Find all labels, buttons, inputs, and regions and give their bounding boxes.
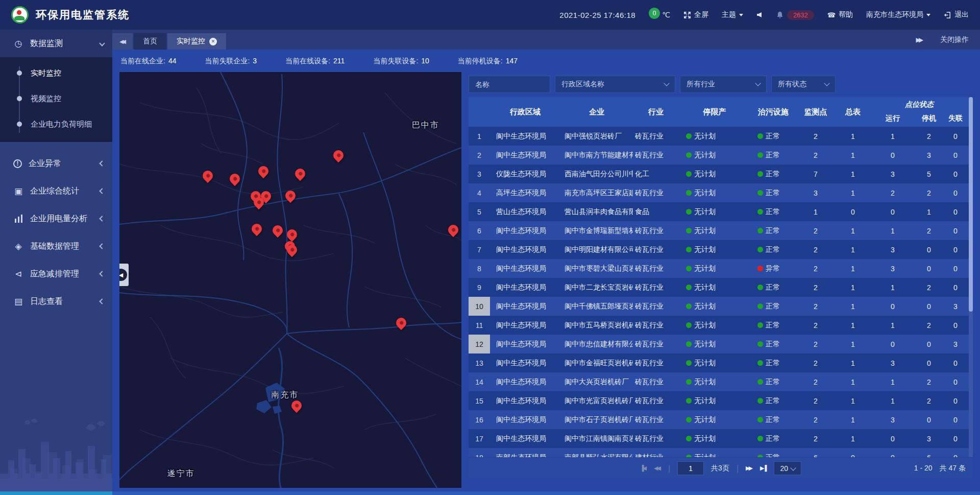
sidebar-lower-group: !企业异常▣企业综合统计企业用电量分析◈基础数据管理⊲应急减排管理▤日志查看 xyxy=(0,150,112,315)
bullet-dot-icon xyxy=(17,122,22,127)
col-group-point-status: 点位状态 xyxy=(871,97,968,110)
status-label: 正常 xyxy=(766,170,780,179)
sidebar-item-3[interactable]: 企业用电量分析 xyxy=(0,205,112,232)
table-row[interactable]: 16阆中生态环境局阆中市石子页岩机砖厂砖瓦行业无计划正常21300 xyxy=(469,410,969,429)
map-pin[interactable] xyxy=(394,316,408,330)
table-row[interactable]: 9阆中生态环境局阆中市二龙长宝页岩砖砖瓦行业无计划正常21120 xyxy=(469,278,969,297)
tab-home[interactable]: 首页 xyxy=(134,33,166,50)
status-dot-green xyxy=(757,133,763,139)
table-scrollbar[interactable] xyxy=(969,97,973,457)
tabs-scroll-left-button[interactable]: ◀◀ xyxy=(112,33,133,50)
map-pin[interactable] xyxy=(285,227,299,242)
col-company: 企业 xyxy=(560,97,633,127)
sidebar-item-5[interactable]: ⊲应急减排管理 xyxy=(0,260,112,288)
temperature-unit: ℃ xyxy=(662,11,670,19)
map-pin[interactable] xyxy=(250,222,264,236)
sidebar-item-4[interactable]: ◈基础数据管理 xyxy=(0,232,112,260)
status-filter-select[interactable]: 所有状态 xyxy=(771,76,836,93)
next-page-button[interactable]: ▶▶ xyxy=(746,465,753,472)
table-row[interactable]: 5营山生态环境局营山县润丰肉食品有限食品无计划正常10010 xyxy=(469,202,969,221)
prev-page-button[interactable]: ◀◀ xyxy=(654,465,661,472)
cell-company: 阆中强锐页岩砖厂 xyxy=(560,127,633,146)
table-row[interactable]: 7阆中生态环境局阆中明阳建材有限公司砖瓦行业无计划正常21300 xyxy=(469,240,969,259)
tab-close-icon[interactable]: ✕ xyxy=(209,38,217,45)
table-row[interactable]: 11阆中生态环境局阆中市五马桥页岩机砖砖瓦行业无计划正常21120 xyxy=(469,316,969,335)
cell-index: 12 xyxy=(469,335,490,353)
map-pin[interactable] xyxy=(256,164,271,178)
status-dot-green xyxy=(757,398,763,404)
cell-industry: 砖瓦行业 xyxy=(633,240,679,259)
scrollbar-thumb[interactable] xyxy=(969,97,973,312)
app-header: 环保用电监管系统 2021-02-25 17:46:18 0 ℃ 全屏 主题 2… xyxy=(0,0,980,30)
first-page-button[interactable]: ▐◀ xyxy=(640,465,647,472)
tab-realtime-monitor[interactable]: 实时监控 ✕ xyxy=(167,33,226,50)
cell-lost-count: 0 xyxy=(943,448,968,457)
table-row[interactable]: 4高坪生态环境局南充市高坪区王家店建砖瓦行业无计划正常31220 xyxy=(469,183,969,202)
enterprise-table-panel: 行政区域名称 所有行业 所有状态 行政区域 企业 行业 停限产 治污设施 监测点… xyxy=(469,72,973,479)
cell-company: 阆中市南方节能建材有 xyxy=(560,146,633,164)
tab-label: 实时监控 xyxy=(177,37,205,46)
table-row[interactable]: 15阆中生态环境局阆中市光富页岩机砖厂砖瓦行业无计划正常21120 xyxy=(469,391,969,410)
cell-stop-status: 无计划 xyxy=(679,353,750,372)
status-label: 无计划 xyxy=(694,151,716,160)
table-row[interactable]: 2阆中生态环境局阆中市南方节能建材有砖瓦行业无计划正常21030 xyxy=(469,146,969,164)
cell-monitor-count: 7 xyxy=(796,164,835,183)
last-page-button[interactable]: ▶▐ xyxy=(760,465,767,472)
sidebar-item-6[interactable]: ▤日志查看 xyxy=(0,288,112,315)
theme-dropdown[interactable]: 主题 xyxy=(722,10,743,19)
org-dropdown[interactable]: 南充市生态环境局 xyxy=(866,10,930,19)
sidebar-subitem-0[interactable]: 实时监控 xyxy=(0,60,112,86)
col-lost: 失联 xyxy=(943,110,968,127)
sidebar-item-1[interactable]: !企业异常 xyxy=(0,150,112,177)
map-collapse-button[interactable]: ◀ xyxy=(119,264,129,286)
cell-stop-status: 无计划 xyxy=(679,372,750,391)
cell-stop-status: 无计划 xyxy=(679,410,750,429)
sidebar-item-label: 基础数据管理 xyxy=(30,241,79,252)
map-pin[interactable] xyxy=(271,223,285,238)
page-number-input[interactable] xyxy=(677,461,704,475)
cell-industry: 砖瓦行业 xyxy=(633,410,679,429)
cell-lost-count: 0 xyxy=(943,183,968,202)
cell-lost-count: 0 xyxy=(943,278,968,297)
sidebar-item-0[interactable]: ◷数据监测 xyxy=(0,30,112,57)
fullscreen-button[interactable]: 全屏 xyxy=(683,10,708,19)
sidebar-subitem-2[interactable]: 企业电力负荷明细 xyxy=(0,111,112,137)
map-pin[interactable] xyxy=(289,398,304,413)
table-row[interactable]: 8阆中生态环境局阆中市枣碧大梁山页岩砖瓦行业无计划异常21300 xyxy=(469,259,969,278)
bullet-dot-icon xyxy=(17,96,22,101)
region-filter-select[interactable]: 行政区域名称 xyxy=(555,76,675,93)
map-pin[interactable] xyxy=(446,223,460,237)
map-pin[interactable] xyxy=(201,168,215,182)
table-row[interactable]: 3仪陇生态环境局西南油气田分公司川中化工无计划正常71350 xyxy=(469,164,969,183)
notifications-button[interactable]: 2632 xyxy=(776,10,814,20)
table-row[interactable]: 18南部生态环境局南部县顺弘水泥有限公建材行业无计划正常60060 xyxy=(469,448,969,457)
sidebar-item-2[interactable]: ▣企业综合统计 xyxy=(0,177,112,205)
name-filter-field[interactable] xyxy=(469,76,550,93)
table-row[interactable]: 10阆中生态环境局阆中千佛镇五郎垭页岩砖瓦行业无计划正常21003 xyxy=(469,297,969,316)
table-row[interactable]: 6阆中生态环境局阆中市金博瑞新型墙材砖瓦行业无计划正常21120 xyxy=(469,221,969,240)
table-row[interactable]: 1阆中生态环境局阆中强锐页岩砖厂砖瓦行业无计划正常21120 xyxy=(469,127,969,146)
help-button[interactable]: ☎ 帮助 xyxy=(827,10,853,19)
name-filter-input[interactable] xyxy=(475,80,544,88)
double-chevron-right-icon[interactable]: ▶▶ xyxy=(916,36,923,43)
map-pin[interactable] xyxy=(331,148,346,162)
map-panel[interactable]: 巴中市南充市遂宁市 ◀ xyxy=(119,72,461,488)
cell-halt-count: 3 xyxy=(915,146,943,164)
cell-stop-status: 无计划 xyxy=(679,164,750,183)
logout-button[interactable]: 退出 xyxy=(944,10,969,19)
table-row[interactable]: 12阆中生态环境局阆中市忠信建材有限公砖瓦行业无计划正常21003 xyxy=(469,335,969,353)
status-label: 正常 xyxy=(766,434,780,443)
cell-region: 阆中生态环境局 xyxy=(490,335,560,353)
map-pin[interactable] xyxy=(228,172,242,186)
map-pin[interactable] xyxy=(293,167,307,181)
map-pin[interactable] xyxy=(283,188,298,202)
page-size-select[interactable]: 20 xyxy=(774,461,801,475)
industry-filter-select[interactable]: 所有行业 xyxy=(680,76,767,93)
close-operations-button[interactable]: 关闭操作 xyxy=(940,35,969,44)
cell-treatment-status: 正常 xyxy=(750,221,796,240)
table-row[interactable]: 17阆中生态环境局阆中市江南镇阆南页岩砖瓦行业无计划正常21030 xyxy=(469,429,969,448)
table-row[interactable]: 14阆中生态环境局阆中大兴页岩机砖厂砖瓦行业无计划正常21120 xyxy=(469,372,969,391)
mute-button[interactable] xyxy=(756,12,763,18)
sidebar-subitem-1[interactable]: 视频监控 xyxy=(0,86,112,111)
table-row[interactable]: 13阆中生态环境局阆中市金福旺页岩机砖砖瓦行业无计划正常21300 xyxy=(469,353,969,372)
